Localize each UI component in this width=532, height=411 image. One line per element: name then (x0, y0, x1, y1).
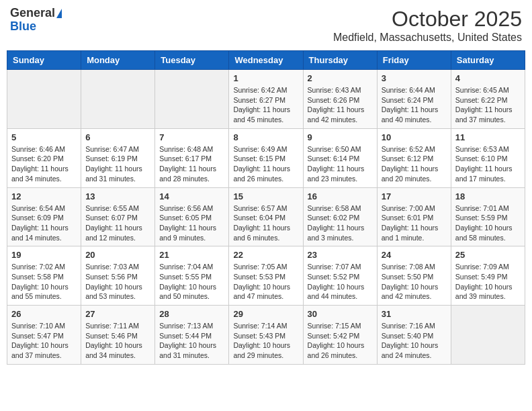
calendar-cell (451, 306, 525, 365)
calendar-cell: 26Sunrise: 7:10 AMSunset: 5:47 PMDayligh… (7, 306, 81, 365)
cell-content: Sunrise: 7:07 AMSunset: 5:52 PMDaylight:… (308, 262, 373, 302)
calendar-cell: 16Sunrise: 6:58 AMSunset: 6:02 PMDayligh… (303, 187, 377, 246)
weekday-header-sunday: Sunday (7, 51, 81, 70)
cell-content: Sunrise: 6:56 AMSunset: 6:05 PMDaylight:… (159, 203, 224, 243)
calendar-cell: 15Sunrise: 6:57 AMSunset: 6:04 PMDayligh… (229, 187, 303, 246)
logo-general-text: General (10, 7, 55, 20)
cell-content: Sunrise: 7:02 AMSunset: 5:58 PMDaylight:… (11, 262, 77, 302)
calendar-cell: 22Sunrise: 7:05 AMSunset: 5:53 PMDayligh… (229, 246, 303, 306)
cell-content: Sunrise: 7:11 AMSunset: 5:46 PMDaylight:… (85, 321, 150, 361)
day-number: 18 (455, 191, 521, 201)
day-number: 6 (85, 132, 150, 142)
calendar-cell: 4Sunrise: 6:45 AMSunset: 6:22 PMDaylight… (451, 70, 525, 129)
cell-content: Sunrise: 6:58 AMSunset: 6:02 PMDaylight:… (308, 203, 373, 243)
cell-content: Sunrise: 7:03 AMSunset: 5:56 PMDaylight:… (85, 262, 150, 302)
day-number: 23 (308, 250, 373, 260)
calendar-header-row: SundayMondayTuesdayWednesdayThursdayFrid… (7, 51, 525, 70)
day-number: 21 (159, 250, 224, 260)
cell-content: Sunrise: 6:50 AMSunset: 6:14 PMDaylight:… (308, 144, 373, 184)
day-number: 17 (382, 191, 447, 201)
calendar-cell: 21Sunrise: 7:04 AMSunset: 5:55 PMDayligh… (155, 246, 229, 306)
logo: General Blue (10, 7, 62, 34)
calendar-cell: 28Sunrise: 7:13 AMSunset: 5:44 PMDayligh… (155, 306, 229, 365)
day-number: 12 (11, 191, 77, 201)
cell-content: Sunrise: 7:13 AMSunset: 5:44 PMDaylight:… (159, 321, 224, 361)
calendar-cell: 2Sunrise: 6:43 AMSunset: 6:26 PMDaylight… (303, 70, 377, 129)
calendar-cell (81, 70, 155, 129)
cell-content: Sunrise: 6:57 AMSunset: 6:04 PMDaylight:… (233, 203, 298, 243)
cell-content: Sunrise: 6:54 AMSunset: 6:09 PMDaylight:… (11, 203, 77, 243)
week-row-4: 19Sunrise: 7:02 AMSunset: 5:58 PMDayligh… (7, 246, 525, 306)
day-number: 24 (382, 250, 447, 260)
calendar-cell: 13Sunrise: 6:55 AMSunset: 6:07 PMDayligh… (81, 187, 155, 246)
calendar-cell (7, 70, 81, 129)
cell-content: Sunrise: 6:49 AMSunset: 6:15 PMDaylight:… (233, 144, 298, 184)
calendar-cell: 18Sunrise: 7:01 AMSunset: 5:59 PMDayligh… (451, 187, 525, 246)
day-number: 28 (159, 309, 224, 319)
calendar-cell (155, 70, 229, 129)
cell-content: Sunrise: 7:01 AMSunset: 5:59 PMDaylight:… (455, 203, 521, 243)
location-title: Medfield, Massachusetts, United States (333, 32, 522, 44)
calendar-cell: 29Sunrise: 7:14 AMSunset: 5:43 PMDayligh… (229, 306, 303, 365)
page-header: General Blue October 2025 Medfield, Mass… (7, 7, 525, 44)
day-number: 9 (308, 132, 373, 142)
calendar-cell: 25Sunrise: 7:09 AMSunset: 5:49 PMDayligh… (451, 246, 525, 306)
cell-content: Sunrise: 7:08 AMSunset: 5:50 PMDaylight:… (382, 262, 447, 302)
cell-content: Sunrise: 6:44 AMSunset: 6:24 PMDaylight:… (382, 85, 447, 125)
calendar-cell: 17Sunrise: 7:00 AMSunset: 6:01 PMDayligh… (377, 187, 451, 246)
cell-content: Sunrise: 7:16 AMSunset: 5:40 PMDaylight:… (382, 321, 447, 361)
day-number: 25 (455, 250, 521, 260)
cell-content: Sunrise: 7:15 AMSunset: 5:42 PMDaylight:… (308, 321, 373, 361)
cell-content: Sunrise: 6:52 AMSunset: 6:12 PMDaylight:… (382, 144, 447, 184)
day-number: 11 (455, 132, 521, 142)
week-row-1: 1Sunrise: 6:42 AMSunset: 6:27 PMDaylight… (7, 70, 525, 129)
cell-content: Sunrise: 6:47 AMSunset: 6:19 PMDaylight:… (85, 144, 150, 184)
calendar-cell: 1Sunrise: 6:42 AMSunset: 6:27 PMDaylight… (229, 70, 303, 129)
day-number: 27 (85, 309, 150, 319)
calendar-cell: 10Sunrise: 6:52 AMSunset: 6:12 PMDayligh… (377, 128, 451, 187)
cell-content: Sunrise: 6:53 AMSunset: 6:10 PMDaylight:… (455, 144, 521, 184)
cell-content: Sunrise: 7:05 AMSunset: 5:53 PMDaylight:… (233, 262, 298, 302)
weekday-header-monday: Monday (81, 51, 155, 70)
day-number: 14 (159, 191, 224, 201)
day-number: 2 (308, 73, 373, 83)
calendar-cell: 14Sunrise: 6:56 AMSunset: 6:05 PMDayligh… (155, 187, 229, 246)
month-title: October 2025 (333, 7, 522, 32)
day-number: 4 (455, 73, 521, 83)
day-number: 16 (308, 191, 373, 201)
day-number: 30 (308, 309, 373, 319)
calendar-cell: 6Sunrise: 6:47 AMSunset: 6:19 PMDaylight… (81, 128, 155, 187)
calendar-cell: 12Sunrise: 6:54 AMSunset: 6:09 PMDayligh… (7, 187, 81, 246)
calendar-cell: 11Sunrise: 6:53 AMSunset: 6:10 PMDayligh… (451, 128, 525, 187)
calendar-cell: 19Sunrise: 7:02 AMSunset: 5:58 PMDayligh… (7, 246, 81, 306)
cell-content: Sunrise: 6:45 AMSunset: 6:22 PMDaylight:… (455, 85, 521, 125)
cell-content: Sunrise: 7:09 AMSunset: 5:49 PMDaylight:… (455, 262, 521, 302)
day-number: 13 (85, 191, 150, 201)
calendar-cell: 23Sunrise: 7:07 AMSunset: 5:52 PMDayligh… (303, 246, 377, 306)
logo-triangle-icon (56, 9, 62, 18)
calendar-cell: 5Sunrise: 6:46 AMSunset: 6:20 PMDaylight… (7, 128, 81, 187)
cell-content: Sunrise: 6:46 AMSunset: 6:20 PMDaylight:… (11, 144, 77, 184)
weekday-header-friday: Friday (377, 51, 451, 70)
cell-content: Sunrise: 7:04 AMSunset: 5:55 PMDaylight:… (159, 262, 224, 302)
calendar-cell: 20Sunrise: 7:03 AMSunset: 5:56 PMDayligh… (81, 246, 155, 306)
calendar-cell: 24Sunrise: 7:08 AMSunset: 5:50 PMDayligh… (377, 246, 451, 306)
cell-content: Sunrise: 6:42 AMSunset: 6:27 PMDaylight:… (233, 85, 298, 125)
day-number: 29 (233, 309, 298, 319)
weekday-header-wednesday: Wednesday (229, 51, 303, 70)
day-number: 19 (11, 250, 77, 260)
day-number: 15 (233, 191, 298, 201)
cell-content: Sunrise: 6:48 AMSunset: 6:17 PMDaylight:… (159, 144, 224, 184)
day-number: 1 (233, 73, 298, 83)
weekday-header-tuesday: Tuesday (155, 51, 229, 70)
calendar-cell: 7Sunrise: 6:48 AMSunset: 6:17 PMDaylight… (155, 128, 229, 187)
day-number: 22 (233, 250, 298, 260)
day-number: 5 (11, 132, 77, 142)
weekday-header-thursday: Thursday (303, 51, 377, 70)
calendar-cell: 30Sunrise: 7:15 AMSunset: 5:42 PMDayligh… (303, 306, 377, 365)
day-number: 3 (382, 73, 447, 83)
title-section: October 2025 Medfield, Massachusetts, Un… (333, 7, 522, 44)
week-row-5: 26Sunrise: 7:10 AMSunset: 5:47 PMDayligh… (7, 306, 525, 365)
calendar-cell: 3Sunrise: 6:44 AMSunset: 6:24 PMDaylight… (377, 70, 451, 129)
cell-content: Sunrise: 6:55 AMSunset: 6:07 PMDaylight:… (85, 203, 150, 243)
